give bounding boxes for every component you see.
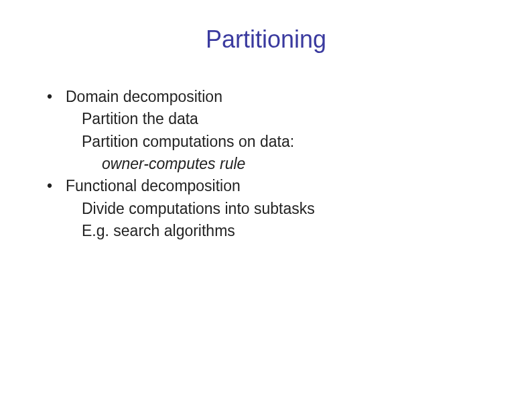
bullet-marker: • xyxy=(47,175,66,197)
slide-title: Partitioning xyxy=(40,25,492,54)
bullet-marker: • xyxy=(47,86,66,108)
slide: Partitioning • Domain decomposition Part… xyxy=(0,0,532,399)
bullet-label: Domain decomposition xyxy=(66,86,492,108)
slide-body: • Domain decomposition Partition the dat… xyxy=(40,86,492,242)
sub-item: E.g. search algorithms xyxy=(82,220,492,242)
bullet-label: Functional decomposition xyxy=(66,175,492,197)
sub-note: owner-computes rule xyxy=(102,153,492,175)
sub-item: Divide computations into subtasks xyxy=(82,198,492,220)
sub-item: Partition computations on data: xyxy=(82,131,492,153)
sub-item: Partition the data xyxy=(82,108,492,130)
bullet-item: • Domain decomposition xyxy=(47,86,492,108)
bullet-item: • Functional decomposition xyxy=(47,175,492,197)
